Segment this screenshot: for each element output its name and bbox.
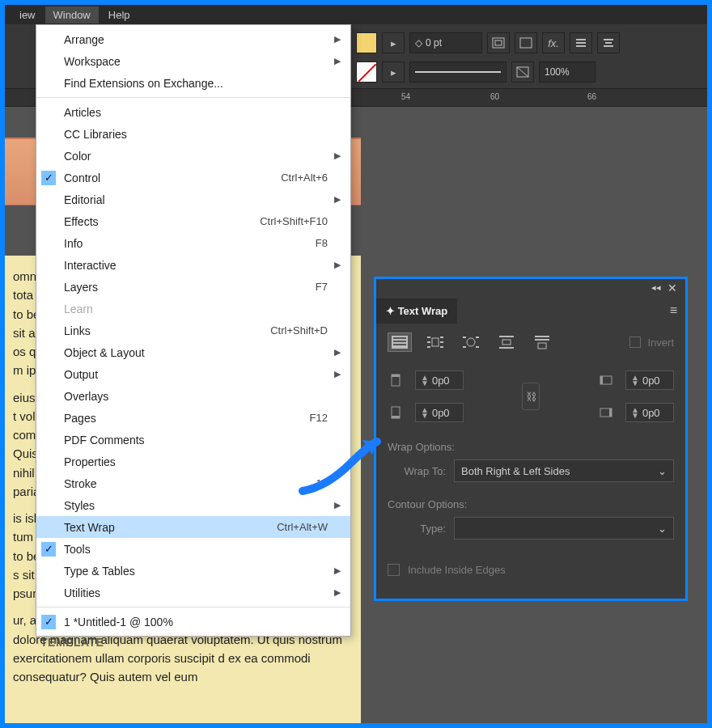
svg-rect-0 (493, 38, 504, 48)
frame-icon[interactable] (515, 32, 537, 53)
text-wrap-panel[interactable]: ◂◂ ✕ ✦ Text Wrap ≡ Invert ▲▼0p0 ▲▼0p0 ▲▼… (374, 277, 688, 601)
menu-item-output[interactable]: Output▶ (36, 363, 350, 385)
window-menu-dropdown[interactable]: Arrange▶Workspace▶Find Extensions on Exc… (36, 24, 351, 637)
offset-left-field[interactable]: ▲▼0p0 (625, 370, 674, 390)
stroke-style-field[interactable] (409, 61, 506, 83)
menu-item-type-tables[interactable]: Type & Tables▶ (36, 560, 350, 582)
svg-rect-29 (535, 336, 549, 337)
menu-item-layers[interactable]: LayersF7 (36, 276, 350, 298)
menu-shortcut: F12 (310, 412, 328, 424)
submenu-arrow-icon: ▶ (334, 194, 341, 205)
menu-item-interactive[interactable]: Interactive▶ (36, 254, 350, 276)
panel-collapse-icon[interactable]: ◂◂ (651, 282, 661, 293)
svg-rect-3 (576, 39, 586, 40)
stroke-none-swatch[interactable] (356, 61, 377, 83)
menu-item-object-layout[interactable]: Object & Layout▶ (36, 341, 350, 363)
wrap-options-label: Wrap Options: (376, 433, 685, 456)
svg-rect-24 (476, 336, 479, 338)
offset-right-field[interactable]: ▲▼0p0 (625, 403, 674, 422)
opacity-field[interactable]: 100% (539, 61, 595, 83)
menu-item-utilities[interactable]: Utilities▶ (36, 582, 350, 603)
svg-rect-18 (440, 336, 443, 338)
offset-bottom-field[interactable]: ▲▼0p0 (415, 403, 464, 422)
stroke-weight-field[interactable]: ◇0 pt (409, 32, 482, 53)
menu-item-pdf-comments[interactable]: PDF Comments (36, 429, 350, 451)
invert-checkbox[interactable]: Invert (629, 336, 674, 349)
menu-item-pages[interactable]: PagesF12 (36, 407, 350, 429)
menu-item-label: Links (64, 324, 91, 337)
menu-item-tools[interactable]: ✓Tools (36, 538, 350, 560)
wrap-jump-column-icon[interactable] (530, 332, 554, 352)
menu-item-label: Control (64, 171, 100, 184)
menu-item-overlays[interactable]: Overlays (36, 385, 350, 407)
offset-top-field[interactable]: ▲▼0p0 (415, 370, 464, 390)
menu-shortcut: F8 (316, 237, 328, 249)
fill-swatch-arrow[interactable]: ▸ (382, 32, 405, 53)
menu-shortcut: 10 (316, 477, 328, 489)
menu-item-find-extensions-on-exchange-[interactable]: Find Extensions on Exchange... (36, 72, 350, 94)
menu-item-label: Effects (64, 215, 99, 228)
menu-view[interactable]: iew (11, 6, 44, 23)
menu-item-color[interactable]: Color▶ (36, 145, 350, 167)
menu-item-label: Type & Tables (64, 565, 135, 578)
wrap-to-label: Wrap To: (388, 465, 446, 477)
opacity-icon[interactable] (511, 61, 534, 83)
panel-tab-textwrap[interactable]: ✦ Text Wrap (376, 298, 457, 324)
include-inside-edges-checkbox[interactable]: Include Inside Edges (376, 548, 685, 599)
svg-rect-1 (495, 40, 502, 45)
menu-item-learn: Learn (36, 298, 350, 320)
menu-item-label: Layers (64, 281, 98, 294)
menu-item-control[interactable]: ✓ControlCtrl+Alt+6 (36, 167, 350, 188)
frame-fit-icon[interactable] (487, 32, 510, 53)
menu-item-label: Stroke (64, 477, 96, 490)
svg-rect-14 (432, 338, 439, 346)
menu-item-effects[interactable]: EffectsCtrl+Shift+F10 (36, 210, 350, 232)
menu-item-label: CC Libraries (64, 128, 127, 141)
panel-menu-icon[interactable]: ≡ (670, 303, 677, 318)
menu-item-editorial[interactable]: Editorial▶ (36, 188, 350, 210)
menu-item-label: 1 *Untitled-1 @ 100% (64, 616, 173, 629)
fill-swatch[interactable] (356, 32, 377, 53)
menu-item-links[interactable]: LinksCtrl+Shift+D (36, 320, 350, 341)
wrap-none-icon[interactable] (388, 332, 412, 352)
menu-item-workspace[interactable]: Workspace▶ (36, 50, 350, 72)
align-panel-icon[interactable] (570, 32, 592, 53)
menu-item-label: Object & Layout (64, 346, 145, 359)
menu-item-label: Learn (64, 303, 93, 315)
svg-rect-39 (609, 408, 612, 417)
menu-help[interactable]: Help (100, 6, 138, 23)
fx-button[interactable]: fx. (542, 32, 565, 53)
menu-item-1-untitled-1-100-[interactable]: ✓1 *Untitled-1 @ 100% (36, 611, 350, 633)
check-icon: ✓ (41, 615, 56, 629)
svg-rect-2 (520, 38, 532, 48)
wrap-bounding-box-icon[interactable] (423, 332, 447, 352)
menu-item-label: Interactive (64, 259, 117, 272)
svg-rect-17 (427, 346, 430, 348)
stroke-swatch-arrow[interactable]: ▸ (382, 61, 405, 83)
offset-top-icon (388, 372, 404, 388)
menu-item-label: Articles (64, 106, 101, 119)
menu-item-cc-libraries[interactable]: CC Libraries (36, 123, 350, 145)
menu-item-arrange[interactable]: Arrange▶ (36, 28, 350, 50)
svg-rect-31 (538, 343, 546, 349)
menu-item-label: Utilities (64, 586, 100, 599)
submenu-arrow-icon: ▶ (334, 565, 341, 576)
type-dropdown[interactable]: ⌄ (454, 517, 674, 540)
svg-rect-4 (576, 42, 586, 44)
link-offsets-icon[interactable]: ⛓ (522, 383, 540, 410)
wrap-jump-object-icon[interactable] (494, 332, 519, 352)
menubar: iew Window Help (5, 5, 707, 24)
contour-options-label: Contour Options: (376, 490, 685, 514)
menu-item-articles[interactable]: Articles (36, 101, 350, 123)
menu-item-properties[interactable]: Properties (36, 451, 350, 472)
menu-item-styles[interactable]: Styles▶ (36, 494, 350, 516)
text-align-icon[interactable] (597, 32, 620, 53)
menu-item-info[interactable]: InfoF8 (36, 232, 350, 254)
wrap-object-shape-icon[interactable] (459, 332, 483, 352)
menu-item-stroke[interactable]: Stroke10 (36, 472, 350, 494)
menu-item-text-wrap[interactable]: Text WrapCtrl+Alt+W (36, 516, 350, 538)
menu-item-label: Arrange (64, 33, 104, 46)
wrap-to-dropdown[interactable]: Both Right & Left Sides⌄ (454, 459, 674, 482)
menu-window[interactable]: Window (45, 6, 99, 23)
panel-close-icon[interactable]: ✕ (668, 281, 677, 294)
